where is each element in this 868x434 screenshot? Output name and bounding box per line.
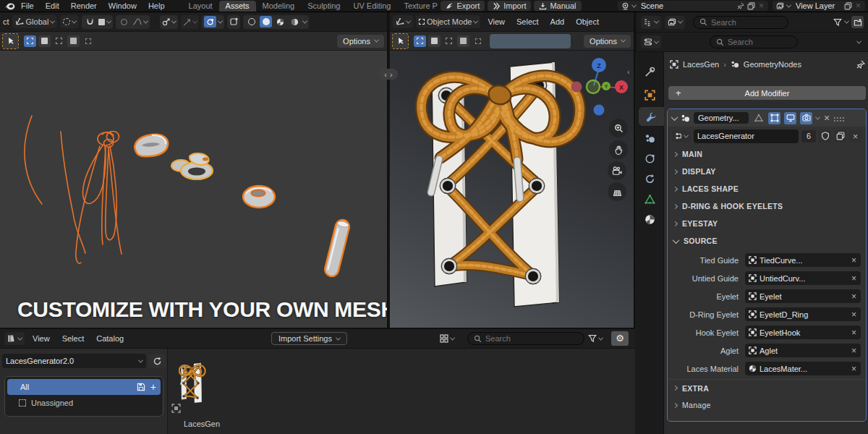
- overlays-toggle[interactable]: [227, 15, 240, 29]
- pivot-point-dropdown[interactable]: [160, 15, 178, 29]
- select-circle-icon[interactable]: [443, 35, 455, 47]
- workspace-tab-layout[interactable]: Layout: [182, 1, 219, 12]
- panel-eyestay[interactable]: EYESTAY: [668, 215, 866, 232]
- select-intersect-icon[interactable]: [82, 35, 94, 47]
- select-box-icon[interactable]: [38, 35, 51, 47]
- new-collection-button[interactable]: [851, 16, 864, 28]
- hook-eyelet-field[interactable]: EyeletHook×: [745, 326, 861, 339]
- source-meshes-canvas[interactable]: [0, 51, 388, 328]
- tab-particles[interactable]: [635, 129, 664, 148]
- workspace-tab-texture-paint[interactable]: Texture P: [397, 1, 438, 12]
- select-lasso-icon[interactable]: [67, 35, 80, 47]
- options-dropdown[interactable]: Options: [337, 35, 384, 48]
- menu-select[interactable]: Select: [512, 17, 543, 26]
- expand-icon[interactable]: [671, 114, 678, 121]
- workspace-tab-assets[interactable]: Assets: [219, 1, 256, 12]
- select-circle-icon[interactable]: [53, 35, 65, 47]
- tab-constraints[interactable]: [635, 169, 664, 188]
- workspace-tab-uv-editing[interactable]: UV Editing: [346, 1, 397, 12]
- proportional-circle-icon[interactable]: [118, 16, 130, 27]
- properties-search-input[interactable]: [728, 38, 791, 46]
- panel-main[interactable]: MAIN: [668, 145, 866, 163]
- region-splitter[interactable]: ‹›: [379, 69, 398, 80]
- panel-source[interactable]: SOURCE: [668, 232, 866, 250]
- snap-with-dropdown[interactable]: [181, 15, 199, 29]
- asset-editor-type-button[interactable]: [4, 332, 25, 345]
- menu-view[interactable]: View: [483, 17, 509, 26]
- pin-icon[interactable]: [856, 60, 865, 69]
- outliner-search[interactable]: [693, 16, 788, 29]
- import-button[interactable]: Import: [488, 1, 531, 11]
- asset-library-dropdown[interactable]: LacesGenerator2.0: [2, 354, 146, 368]
- menu-edit[interactable]: Edit: [40, 1, 65, 10]
- export-button[interactable]: Export: [441, 1, 485, 11]
- unlink-node-group-button[interactable]: ×: [849, 130, 861, 142]
- clear-icon[interactable]: ×: [851, 256, 857, 265]
- asset-item-lacesgen[interactable]: LacesGen: [179, 352, 225, 433]
- tab-physics[interactable]: [635, 149, 664, 168]
- fake-user-button[interactable]: [819, 130, 831, 142]
- navigation-gizmo[interactable]: Z Y X: [566, 54, 635, 123]
- gizmo-icon[interactable]: [204, 16, 216, 27]
- outliner-search-input[interactable]: [711, 18, 782, 27]
- close-modifier-icon[interactable]: ×: [823, 113, 830, 123]
- editor-type-button[interactable]: [393, 15, 413, 28]
- menu-view[interactable]: View: [28, 334, 54, 343]
- modifier-name-field[interactable]: Geometry...: [694, 112, 749, 124]
- refresh-library-button[interactable]: [148, 354, 166, 368]
- asset-settings-button[interactable]: ⚙: [611, 331, 629, 346]
- edit-mode-display-toggle[interactable]: [752, 112, 765, 124]
- properties-options-icon[interactable]: [856, 38, 861, 43]
- drag-handle-icon[interactable]: [834, 117, 844, 119]
- menu-file[interactable]: File: [15, 1, 40, 10]
- panel-laces-shape[interactable]: LACES SHAPE: [668, 180, 866, 197]
- menu-select[interactable]: Select: [58, 334, 89, 343]
- catalog-all[interactable]: All +: [7, 379, 161, 395]
- cursor-tool-button[interactable]: [393, 34, 408, 48]
- gizmo-dropdown[interactable]: [202, 15, 224, 29]
- panel-display[interactable]: DISPLAY: [668, 163, 866, 180]
- laces-material-field[interactable]: LacesMater...×: [745, 362, 861, 375]
- new-layer-icon[interactable]: [844, 2, 852, 10]
- scene-selector[interactable]: Scene ×: [618, 1, 768, 11]
- cursor-tool-button[interactable]: [3, 34, 18, 48]
- select-tweak-icon[interactable]: [414, 35, 426, 47]
- render-display-toggle[interactable]: [800, 112, 812, 124]
- snapping-dropdown[interactable]: [60, 15, 79, 28]
- panel-dring-hook-eyelets[interactable]: D-RING & HOOK EYELETS: [668, 197, 866, 215]
- outliner-display-mode-button[interactable]: [665, 16, 685, 29]
- users-count-button[interactable]: 6: [801, 130, 816, 142]
- menu-window[interactable]: Window: [103, 1, 142, 10]
- select-lasso-icon[interactable]: [457, 35, 469, 47]
- clear-icon[interactable]: ×: [851, 310, 857, 319]
- modifier-panel-header[interactable]: Geometry... ×: [668, 109, 866, 127]
- breadcrumb-object[interactable]: LacesGen: [683, 60, 719, 69]
- menu-help[interactable]: Help: [142, 1, 171, 10]
- asset-search-input[interactable]: [485, 334, 578, 343]
- aglet-field[interactable]: Aglet×: [745, 344, 861, 357]
- tied-guide-field[interactable]: TiedCurve...×: [745, 253, 861, 267]
- workspace-tab-modeling[interactable]: Modeling: [256, 1, 302, 12]
- proportional-edit-group[interactable]: [116, 15, 150, 29]
- breadcrumb-data[interactable]: GeometryNodes: [744, 60, 801, 69]
- material-shading-icon[interactable]: [274, 16, 286, 27]
- add-modifier-button[interactable]: + Add Modifier: [668, 86, 866, 100]
- mode-dropdown[interactable]: Object Mode: [416, 15, 480, 28]
- sidebar-collapse-icon[interactable]: ‹: [627, 67, 630, 76]
- magnet-icon[interactable]: [84, 16, 96, 27]
- camera-view-button[interactable]: [608, 161, 626, 180]
- tab-material[interactable]: [635, 210, 664, 229]
- node-group-name-field[interactable]: LacesGenerator: [694, 129, 799, 143]
- outliner-editor-type-button[interactable]: [641, 16, 661, 29]
- new-scene-icon[interactable]: [747, 2, 755, 10]
- select-tweak-icon[interactable]: [24, 35, 36, 47]
- snap-toggle-group[interactable]: [82, 15, 113, 29]
- transform-orientation-dropdown[interactable]: Global: [12, 15, 58, 28]
- clear-icon[interactable]: ×: [851, 274, 857, 283]
- tab-object-data[interactable]: [635, 190, 664, 208]
- menu-add[interactable]: Add: [546, 17, 569, 26]
- tab-tool[interactable]: [635, 62, 664, 81]
- tab-object[interactable]: [635, 85, 664, 104]
- duplicate-node-group-button[interactable]: [834, 130, 846, 142]
- viewport-display-toggle[interactable]: [784, 112, 796, 124]
